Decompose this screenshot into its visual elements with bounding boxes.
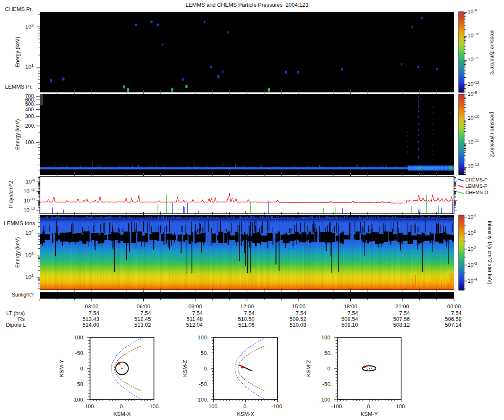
svg-text:508.12: 508.12 [393,322,410,328]
svg-text:LEMMS Ions: LEMMS Ions [4,220,35,226]
svg-text:-100.: -100. [148,403,160,410]
svg-text:KSM-X: KSM-X [113,411,131,417]
svg-text:700.: 700. [25,93,35,99]
svg-text:0.: 0. [367,403,372,410]
svg-text:100.: 100. [208,403,219,410]
svg-text:509.52: 509.52 [289,316,306,322]
svg-text:512.04: 512.04 [186,322,203,328]
svg-text:514.00: 514.00 [82,322,99,328]
svg-text:50.: 50. [201,350,208,356]
svg-text:100.: 100. [85,403,95,410]
svg-text:100.: 100. [74,396,84,403]
svg-text:intensity 1/(s cm^2 ster keV): intensity 1/(s cm^2 ster keV) [487,221,493,284]
svg-text:100.: 100. [321,334,332,341]
svg-text:KSM-Y: KSM-Y [58,360,65,377]
svg-text:100.: 100. [197,334,208,341]
svg-text:-100.: -100. [196,396,208,403]
svg-text:507.14: 507.14 [445,322,462,328]
svg-text:12:00: 12:00 [240,303,254,310]
svg-text:KSM-X: KSM-X [237,411,255,417]
svg-text:CHEMS-O: CHEMS-O [465,190,488,195]
svg-text:400.: 400. [25,107,35,113]
svg-text:Rs: Rs [18,316,25,322]
svg-text:Energy (keV): Energy (keV) [15,119,21,150]
svg-text:510.50: 510.50 [238,316,255,322]
svg-text:18:00: 18:00 [344,303,357,310]
svg-text:Dipole L: Dipole L [6,322,26,328]
svg-text:300.: 300. [25,113,35,119]
svg-text:P dyn/cm^2: P dyn/cm^2 [8,181,14,208]
svg-text:0.: 0. [120,403,124,410]
svg-text:09:00: 09:00 [189,303,202,310]
svg-text:0.: 0. [80,365,85,372]
svg-text:512.45: 512.45 [134,316,151,322]
svg-text:CHEMS-P: CHEMS-P [465,177,488,182]
svg-text:100.: 100. [396,403,406,410]
svg-text:LEMMS Pr.: LEMMS Pr. [5,84,33,90]
svg-text:-100.: -100. [331,403,344,410]
svg-text:506.58: 506.58 [445,316,462,322]
svg-text:507.56: 507.56 [393,316,410,322]
svg-text:0.: 0. [327,365,332,372]
svg-text:06:00: 06:00 [136,303,150,310]
svg-text:0.: 0. [243,403,248,410]
svg-text:-100.: -100. [271,403,284,410]
svg-text:513.43: 513.43 [82,316,99,322]
svg-text:100.: 100. [25,139,35,145]
svg-text:CHEMS Pr.: CHEMS Pr. [5,6,33,12]
svg-text:509.10: 509.10 [341,322,358,328]
svg-text:-50.: -50. [199,381,208,387]
svg-text:15:00: 15:00 [292,303,306,310]
svg-text:Energy (keV): Energy (keV) [15,237,21,268]
svg-text:pressure dyne/cm^2: pressure dyne/cm^2 [489,112,495,157]
svg-text:-50.: -50. [323,381,332,387]
svg-text:50.: 50. [77,381,84,387]
svg-text:513.02: 513.02 [134,322,151,328]
svg-text:21:00: 21:00 [396,303,410,310]
svg-text:510.08: 510.08 [289,322,306,328]
svg-text:KSM-Z: KSM-Z [182,360,188,377]
svg-text:50.: 50. [324,350,332,356]
svg-text:511.48: 511.48 [186,316,203,322]
svg-text:00:00: 00:00 [447,303,461,310]
svg-text:0.: 0. [204,365,208,372]
svg-text:03:00: 03:00 [85,303,99,310]
svg-text:Sunlight?: Sunlight? [12,292,34,298]
svg-text:200.: 200. [25,123,35,129]
svg-text:511.06: 511.06 [238,322,255,328]
svg-text:KSM-Z: KSM-Z [305,360,312,377]
svg-text:-100.: -100. [72,334,85,341]
svg-text:LEMMS and CHEMS Particle Press: LEMMS and CHEMS Particle Pressures 2004:… [186,2,309,8]
svg-text:-50.: -50. [75,350,84,356]
svg-text:-100.: -100. [319,396,332,403]
svg-text:508.54: 508.54 [341,316,358,322]
svg-text:Energy (keV): Energy (keV) [15,37,21,68]
svg-text:LEMMS-P: LEMMS-P [465,184,488,189]
svg-text:KSM-Y: KSM-Y [360,411,378,417]
svg-text:pressure dyne/cm^2: pressure dyne/cm^2 [489,29,495,75]
